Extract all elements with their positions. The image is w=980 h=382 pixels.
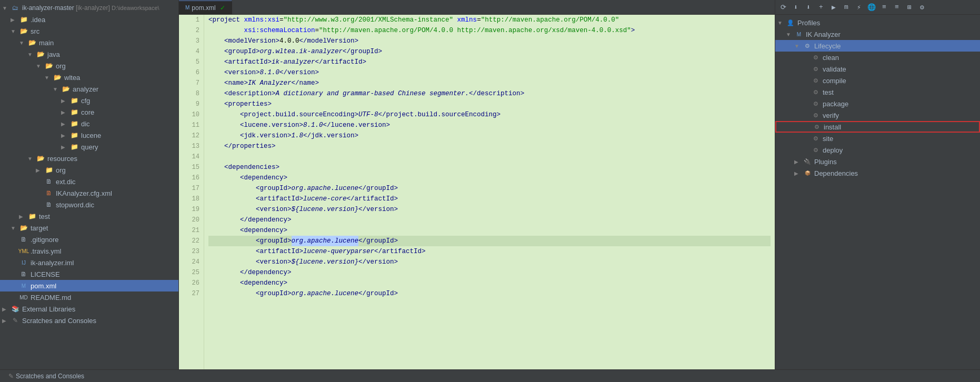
tree-res-org[interactable]: ▶ 📁 org: [0, 164, 178, 176]
maven-tree: ▼ 👤 Profiles ▼ M IK Analyzer ▼ ⚙ Lifecyc…: [775, 15, 980, 369]
maven-label-test: test: [823, 88, 834, 96]
ln-21: 21: [183, 225, 199, 236]
maven-test[interactable]: ⚙ test: [775, 86, 980, 98]
tree-org[interactable]: ▼ 📂 org: [0, 60, 178, 72]
ln-11: 11: [183, 120, 199, 130]
maven-label-site: site: [823, 135, 833, 143]
tree-stopword[interactable]: 🗎 stopword.dic: [0, 199, 178, 210]
ln-7: 7: [183, 78, 199, 88]
maven-validate[interactable]: ⚙ validate: [775, 63, 980, 75]
tree-lucene[interactable]: ▶ 📁 lucene: [0, 129, 178, 141]
project-panel: ▼ 🗂 ik-analyzer-master [ik-analyzer] D:\…: [0, 0, 179, 369]
tree-iml[interactable]: IJ ik-analyzer.iml: [0, 257, 178, 268]
maven-icon-plugins: 🔌: [803, 157, 812, 166]
tree-pom[interactable]: M pom.xml: [0, 280, 178, 291]
tree-arrow-java: ▼: [27, 52, 36, 57]
tree-root[interactable]: ▼ 🗂 ik-analyzer-master [ik-analyzer] D:\…: [0, 2, 178, 14]
tree-label-pom: pom.xml: [31, 282, 56, 290]
tree-cfg[interactable]: ▶ 📁 cfg: [0, 95, 178, 106]
ln-6: 6: [183, 67, 199, 78]
tree-readme[interactable]: MD README.md: [0, 291, 178, 303]
maven-package[interactable]: ⚙ package: [775, 98, 980, 109]
maven-collapse-btn[interactable]: ≡: [878, 2, 890, 13]
maven-verify[interactable]: ⚙ verify: [775, 109, 980, 121]
maven-clean[interactable]: ⚙ clean: [775, 52, 980, 63]
tree-src[interactable]: ▼ 📂 src: [0, 25, 178, 37]
code-line-26: <dependency>: [208, 278, 771, 288]
maven-site[interactable]: ⚙ site: [775, 133, 980, 144]
tree-idea[interactable]: ▶ 📁 .idea: [0, 14, 178, 25]
maven-ik-analyzer[interactable]: ▼ M IK Analyzer: [775, 28, 980, 40]
tree-query[interactable]: ▶ 📁 query: [0, 141, 178, 153]
tree-main[interactable]: ▼ 📂 main: [0, 37, 178, 48]
tree-test[interactable]: ▶ 📁 test: [0, 210, 178, 222]
code-line-2: xsi:schemaLocation="http://maven.apache.…: [208, 25, 771, 36]
tree-core[interactable]: ▶ 📁 core: [0, 106, 178, 118]
maven-label-compile: compile: [823, 77, 846, 85]
tree-arrow-analyzer: ▼: [53, 86, 61, 92]
tree-analyzer[interactable]: ▼ 📂 analyzer: [0, 83, 178, 95]
maven-label-validate: validate: [823, 65, 846, 73]
tree-license[interactable]: 🗎 LICENSE: [0, 268, 178, 280]
tree-wltea[interactable]: ▼ 📂 wltea: [0, 72, 178, 83]
maven-download-btn[interactable]: ⬇: [803, 2, 814, 13]
code-line-20: </dependency>: [208, 215, 771, 225]
tree-java[interactable]: ▼ 📂 java: [0, 48, 178, 60]
ln-4: 4: [183, 46, 199, 57]
tree-ext-dic[interactable]: 🗎 ext.dic: [0, 176, 178, 187]
code-line-12: <jdk.version>1.8</jdk.version>: [208, 130, 771, 141]
maven-toggle-btn[interactable]: ⊞: [904, 2, 915, 13]
maven-add-btn[interactable]: +: [815, 2, 827, 13]
tree-label-stopword: stopword.dic: [56, 201, 94, 209]
maven-arrow-dependencies: ▶: [794, 170, 803, 176]
ln-5: 5: [183, 57, 199, 67]
maven-dependencies[interactable]: ▶ 📦 Dependencies: [775, 167, 980, 179]
tree-resources[interactable]: ▼ 📂 resources: [0, 153, 178, 164]
ok-indicator: ✓: [220, 4, 225, 12]
maven-skip-tests-btn[interactable]: ⚡: [853, 2, 865, 13]
tree-ext-libs[interactable]: ▶ 📚 External Libraries: [0, 303, 178, 315]
maven-run-debug-btn[interactable]: m: [841, 2, 852, 13]
maven-install[interactable]: ⚙ install: [775, 121, 980, 133]
scratches-icon: ✎: [11, 316, 20, 325]
code-line-6: <version>8.1.0</version>: [208, 67, 771, 78]
maven-expand-btn[interactable]: ≡: [891, 2, 903, 13]
ln-10: 10: [183, 109, 199, 120]
tree-dic[interactable]: ▶ 📁 dic: [0, 118, 178, 129]
project-icon: 🗂: [11, 4, 20, 12]
bottom-scratches[interactable]: ✎ Scratches and Consoles: [4, 370, 88, 382]
tree-travis[interactable]: YML .travis.yml: [0, 245, 178, 257]
maven-run-btn[interactable]: ▶: [828, 2, 839, 13]
maven-settings-btn[interactable]: ⚙: [916, 2, 928, 13]
maven-lifecycle[interactable]: ▼ ⚙ Lifecycle: [775, 40, 980, 52]
code-area[interactable]: <project xmlns:xsi="http://www.w3.org/20…: [204, 15, 775, 369]
maven-open-btn[interactable]: 🌐: [866, 2, 877, 13]
tree-label-ikanalyzer-cfg: IKAnalyzer.cfg.xml: [56, 189, 112, 197]
tree-arrow-ext-libs: ▶: [2, 306, 11, 312]
tree-gitignore[interactable]: 🗎 .gitignore: [0, 234, 178, 245]
ln-26: 26: [183, 278, 199, 288]
maven-compile[interactable]: ⚙ compile: [775, 75, 980, 86]
maven-arrow-ik-analyzer: ▼: [786, 32, 794, 37]
tree-label-src: src: [31, 27, 39, 35]
tree-arrow-res-org: ▶: [36, 167, 44, 173]
file-icon-ext-dic: 🗎: [44, 177, 54, 186]
file-icon-gitignore: 🗎: [19, 235, 28, 244]
maven-reimport-btn[interactable]: ⬇: [790, 2, 802, 13]
folder-icon-core: 📁: [69, 108, 79, 116]
tree-label-java: java: [47, 51, 60, 58]
maven-arrow-lifecycle: ▼: [794, 43, 803, 49]
editor-tab-pom[interactable]: M pom.xml ✓: [179, 1, 232, 14]
folder-icon-lucene: 📁: [69, 131, 79, 139]
file-icon-readme: MD: [19, 293, 28, 301]
tree-label-dic: dic: [81, 120, 90, 128]
tree-scratches[interactable]: ▶ ✎ Scratches and Consoles: [0, 315, 178, 326]
tree-target[interactable]: ▼ 📂 target: [0, 222, 178, 234]
maven-profiles[interactable]: ▼ 👤 Profiles: [775, 17, 980, 28]
maven-deploy[interactable]: ⚙ deploy: [775, 144, 980, 156]
tree-arrow-test: ▶: [19, 214, 27, 219]
maven-refresh-btn[interactable]: ⟳: [777, 2, 789, 13]
maven-plugins[interactable]: ▶ 🔌 Plugins: [775, 156, 980, 167]
tree-ikanalyzer-cfg[interactable]: 🗎 IKAnalyzer.cfg.xml: [0, 187, 178, 199]
tree-label-travis: .travis.yml: [31, 247, 62, 255]
